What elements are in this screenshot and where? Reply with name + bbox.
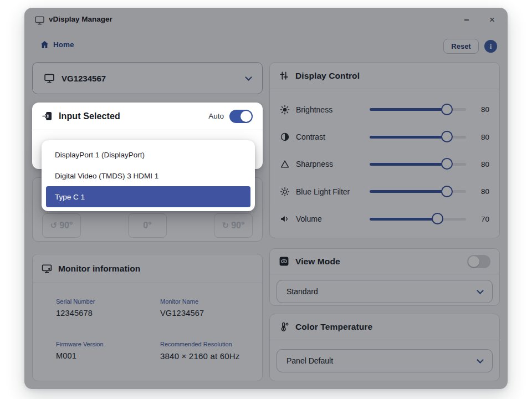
input-option-displayport[interactable]: DisplayPort 1 (DisplayPort): [46, 144, 250, 165]
auto-toggle[interactable]: [229, 110, 253, 123]
app-window: vDisplay Manager – × Home Reset i VG1234…: [24, 8, 508, 389]
input-options-dropdown: DisplayPort 1 (DisplayPort) Digital Vide…: [42, 140, 255, 211]
input-icon: [42, 111, 53, 121]
input-selected-title: Input Selected: [59, 111, 120, 121]
auto-label: Auto: [208, 112, 224, 120]
input-option-hdmi[interactable]: Digital Video (TMDS) 3 HDMI 1: [46, 165, 250, 186]
input-option-type-c[interactable]: Type C 1: [46, 186, 250, 207]
